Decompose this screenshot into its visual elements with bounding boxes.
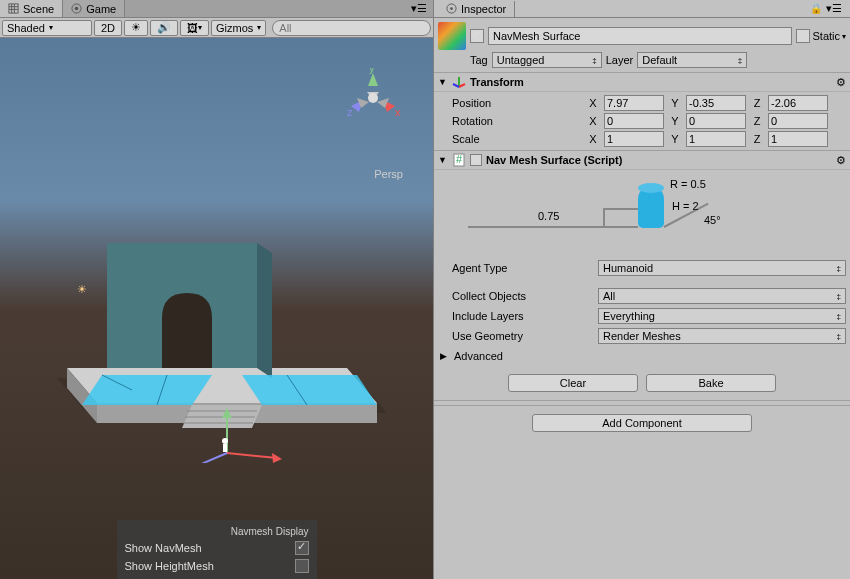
scale-x-input[interactable] — [604, 131, 664, 147]
scene-geometry: ☀ — [47, 183, 387, 463]
transform-settings-icon[interactable]: ⚙ — [836, 76, 846, 89]
scale-z-input[interactable] — [768, 131, 828, 147]
scene-tab-bar: Scene Game ▾☰ — [0, 0, 433, 18]
gameobject-icon[interactable] — [438, 22, 466, 50]
rotation-label: Rotation — [438, 115, 582, 127]
rotation-x-input[interactable] — [604, 113, 664, 129]
include-layers-value: Everything — [603, 310, 655, 322]
game-tab-icon — [71, 3, 82, 14]
position-x-input[interactable] — [604, 95, 664, 111]
scene-viewport[interactable]: y x z Persp — [0, 38, 433, 579]
x-axis-label: X — [586, 115, 600, 127]
orientation-gizmo[interactable]: y x z — [343, 68, 403, 128]
use-geometry-value: Render Meshes — [603, 330, 681, 342]
position-y-input[interactable] — [686, 95, 746, 111]
position-z-input[interactable] — [768, 95, 828, 111]
svg-text:z: z — [347, 106, 353, 118]
svg-line-35 — [227, 453, 277, 458]
navmesh-foldout[interactable]: ▼ — [438, 155, 448, 165]
svg-line-37 — [192, 453, 227, 463]
fx-toggle[interactable]: 🖼▾ — [180, 20, 209, 36]
caret-down-icon: ‡ — [837, 264, 841, 273]
tab-inspector-label: Inspector — [461, 3, 506, 15]
svg-point-13 — [368, 93, 378, 103]
advanced-foldout[interactable]: ▶ — [440, 351, 450, 361]
x-axis-label: X — [586, 97, 600, 109]
lighting-toggle[interactable]: ☀ — [124, 20, 148, 36]
layer-dropdown[interactable]: Default ‡ — [637, 52, 747, 68]
object-name-input[interactable] — [488, 27, 792, 45]
scene-search-input[interactable] — [272, 20, 431, 36]
static-dropdown-icon[interactable]: ▾ — [842, 32, 846, 41]
projection-label[interactable]: Persp — [374, 168, 403, 180]
svg-point-38 — [222, 438, 228, 444]
caret-down-icon: ‡ — [837, 312, 841, 321]
caret-down-icon: ‡ — [837, 292, 841, 301]
collect-objects-value: All — [603, 290, 615, 302]
agent-type-value: Humanoid — [603, 262, 653, 274]
bake-button[interactable]: Bake — [646, 374, 776, 392]
caret-down-icon: ▾ — [49, 23, 53, 32]
y-axis-label: Y — [668, 133, 682, 145]
collect-objects-label: Collect Objects — [438, 290, 598, 302]
collect-objects-dropdown[interactable]: All‡ — [598, 288, 846, 304]
tag-dropdown[interactable]: Untagged ‡ — [492, 52, 602, 68]
show-heightmesh-label: Show HeightMesh — [125, 560, 214, 572]
audio-toggle[interactable]: 🔊 — [150, 20, 178, 36]
static-checkbox[interactable] — [796, 29, 810, 43]
add-component-button[interactable]: Add Component — [532, 414, 752, 432]
svg-marker-22 — [257, 243, 272, 378]
agent-angle-label: 45° — [704, 214, 721, 226]
static-label: Static — [812, 30, 840, 42]
clear-button[interactable]: Clear — [508, 374, 638, 392]
scale-label: Scale — [438, 133, 582, 145]
include-layers-dropdown[interactable]: Everything‡ — [598, 308, 846, 324]
rotation-z-input[interactable] — [768, 113, 828, 129]
tab-scene[interactable]: Scene — [0, 0, 63, 17]
tab-game[interactable]: Game — [63, 0, 125, 17]
caret-down-icon: ‡ — [837, 332, 841, 341]
caret-down-icon: ▾ — [198, 23, 202, 32]
svg-text:#: # — [456, 153, 463, 165]
y-axis-label: Y — [668, 97, 682, 109]
show-heightmesh-checkbox[interactable] — [295, 559, 309, 573]
caret-down-icon: ‡ — [738, 56, 742, 65]
agent-type-label: Agent Type — [438, 262, 598, 274]
navmesh-surface-component: ▼ # Nav Mesh Surface (Script) ⚙ R = 0.5 … — [434, 151, 850, 401]
gizmos-dropdown[interactable]: Gizmos ▾ — [211, 20, 266, 36]
agent-step-label: 0.75 — [538, 210, 559, 222]
image-icon: 🖼 — [187, 22, 198, 34]
svg-marker-7 — [368, 73, 378, 86]
navmesh-settings-icon[interactable]: ⚙ — [836, 154, 846, 167]
transform-component: ▼ Transform ⚙ Position X Y Z Rotation X … — [434, 73, 850, 151]
use-geometry-dropdown[interactable]: Render Meshes‡ — [598, 328, 846, 344]
view-2d-toggle[interactable]: 2D — [94, 20, 122, 36]
svg-point-41 — [450, 7, 453, 10]
svg-marker-36 — [272, 453, 282, 463]
transform-foldout[interactable]: ▼ — [438, 77, 448, 87]
tag-value: Untagged — [497, 54, 545, 66]
agent-type-dropdown[interactable]: Humanoid‡ — [598, 260, 846, 276]
agent-height-label: H = 2 — [672, 200, 699, 212]
clear-button-label: Clear — [560, 377, 586, 389]
caret-down-icon: ‡ — [592, 56, 596, 65]
z-axis-label: Z — [750, 97, 764, 109]
tab-game-label: Game — [86, 3, 116, 15]
inspector-menu-icon[interactable]: ▾☰ — [822, 2, 846, 15]
tab-scene-label: Scene — [23, 3, 54, 15]
inspector-tab-icon — [446, 3, 457, 14]
tab-inspector[interactable]: Inspector — [438, 1, 515, 17]
agent-diagram: R = 0.5 H = 2 0.75 45° — [438, 178, 846, 248]
rotation-y-input[interactable] — [686, 113, 746, 129]
object-active-checkbox[interactable] — [470, 29, 484, 43]
navmesh-display-title: Navmesh Display — [125, 524, 309, 539]
show-navmesh-checkbox[interactable] — [295, 541, 309, 555]
transform-title: Transform — [470, 76, 832, 88]
navmesh-enabled-checkbox[interactable] — [470, 154, 482, 166]
shading-dropdown[interactable]: Shaded ▾ — [2, 20, 92, 36]
lock-icon[interactable]: 🔒 — [810, 3, 822, 14]
view-2d-label: 2D — [101, 22, 115, 34]
y-axis-label: Y — [668, 115, 682, 127]
tab-menu-icon[interactable]: ▾☰ — [405, 0, 433, 17]
scale-y-input[interactable] — [686, 131, 746, 147]
